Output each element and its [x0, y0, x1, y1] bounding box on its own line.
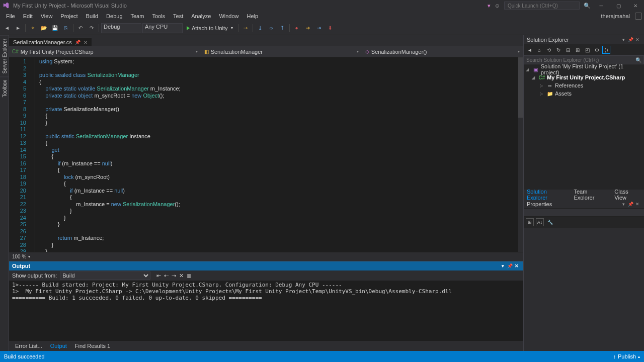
se-home-icon[interactable]: ⌂ — [535, 46, 543, 54]
debug-step-over-icon[interactable]: ⤼ — [266, 23, 276, 33]
notifications-icon[interactable]: ▾ — [488, 3, 491, 9]
fold-gutter[interactable] — [29, 57, 35, 252]
se-refresh-icon[interactable]: ↻ — [554, 46, 562, 54]
output-tab[interactable]: Output — [46, 342, 71, 350]
close-tab-icon[interactable]: ✕ — [84, 40, 88, 45]
categorized-icon[interactable]: ⊞ — [526, 218, 534, 226]
toggle-word-wrap-icon[interactable]: ≣ — [187, 273, 191, 279]
close-panel-icon[interactable]: ✕ — [634, 201, 641, 208]
doc-tab-serializationmanager[interactable]: SerializationManager.cs 📌 ✕ — [9, 38, 92, 46]
window-position-icon[interactable]: ▾ — [620, 36, 627, 43]
prev-message-icon[interactable]: ⇠ — [164, 273, 169, 279]
attach-debugger-icon[interactable]: ⬇ — [325, 23, 335, 33]
menu-debug[interactable]: Debug — [102, 12, 126, 20]
se-show-all-icon[interactable]: ⊞ — [574, 46, 582, 54]
menu-analyze[interactable]: Analyze — [187, 12, 215, 20]
next-message-icon[interactable]: ⇢ — [172, 273, 176, 279]
error-list-tab[interactable]: Error List... — [11, 342, 46, 350]
window-position-icon[interactable]: ▾ — [620, 201, 627, 208]
redo-button[interactable]: ↷ — [87, 23, 97, 33]
undo-button[interactable]: ↶ — [75, 23, 86, 33]
open-file-button[interactable]: 📂 — [39, 23, 49, 33]
menu-build[interactable]: Build — [82, 12, 102, 20]
user-avatar-icon[interactable] — [635, 13, 642, 20]
property-pages-icon[interactable]: 🔧 — [546, 218, 554, 226]
menu-test[interactable]: Test — [169, 12, 187, 20]
menu-tools[interactable]: Tools — [148, 12, 169, 20]
solution-platform-dropdown[interactable]: Any CPU — [142, 23, 183, 33]
window-position-icon[interactable]: ▾ — [499, 262, 506, 269]
signed-in-user[interactable]: therajmahal — [601, 13, 633, 19]
pin-icon[interactable]: 📌 — [75, 40, 80, 45]
menu-edit[interactable]: Edit — [19, 12, 37, 20]
save-button[interactable]: 💾 — [50, 23, 60, 33]
vertical-scrollbar[interactable] — [518, 57, 523, 252]
step-button[interactable]: ⇢ — [240, 23, 251, 33]
close-panel-icon[interactable]: ✕ — [634, 36, 641, 43]
output-text[interactable]: 1>------ Build started: Project: My Firs… — [9, 281, 523, 341]
clear-all-icon[interactable]: ✕ — [179, 273, 184, 279]
search-icon[interactable]: 🔍 — [584, 3, 591, 9]
scrollbar-thumb[interactable] — [518, 57, 523, 118]
menu-project[interactable]: Project — [56, 12, 82, 20]
close-button[interactable]: ✕ — [629, 1, 642, 10]
output-panel-header[interactable]: Output ▾ 📌 ✕ — [9, 261, 523, 270]
solution-config-dropdown[interactable]: Debug — [101, 23, 141, 33]
maximize-button[interactable]: ▢ — [612, 1, 625, 10]
nav-forward-button[interactable]: ► — [13, 23, 23, 33]
se-properties-icon[interactable]: ⚙ — [593, 46, 601, 54]
nav-member-dropdown[interactable]: ◇SerializationManager()▾ — [362, 46, 523, 57]
se-search-input[interactable] — [526, 57, 635, 63]
show-next-statement-icon[interactable]: ➔ — [303, 23, 313, 33]
code-content[interactable]: using System; public sealed class Serial… — [35, 57, 523, 252]
tree-assets-node[interactable]: ▷📁Assets — [524, 89, 644, 98]
menu-window[interactable]: Window — [215, 12, 243, 20]
se-back-icon[interactable]: ◄ — [526, 46, 534, 54]
properties-combo[interactable] — [524, 209, 644, 217]
se-view-code-icon[interactable]: ⟨⟩ — [602, 46, 610, 54]
expand-icon[interactable]: ▷ — [540, 83, 545, 88]
nav-project-dropdown[interactable]: C#My First Unity Project.CSharp▾ — [9, 46, 201, 57]
debug-step-into-icon[interactable]: ⤓ — [255, 23, 265, 33]
server-explorer-tab[interactable]: Server Explorer — [0, 35, 9, 76]
menu-view[interactable]: View — [37, 12, 57, 20]
menu-file[interactable]: File — [2, 12, 19, 20]
new-project-button[interactable]: ✧ — [28, 23, 38, 33]
se-collapse-icon[interactable]: ⊟ — [564, 46, 572, 54]
properties-header[interactable]: Properties ▾ 📌 ✕ — [524, 200, 644, 209]
quick-launch-input[interactable] — [504, 2, 580, 10]
expand-icon[interactable]: ◢ — [532, 75, 537, 80]
zoom-dropdown-icon[interactable]: ▾ — [28, 254, 30, 259]
se-preview-icon[interactable]: ◰ — [583, 46, 591, 54]
attach-to-unity-button[interactable]: Attach to Unity▾ — [184, 23, 236, 33]
se-sync-icon[interactable]: ⟲ — [545, 46, 553, 54]
find-message-icon[interactable]: ⇤ — [156, 273, 161, 279]
properties-grid[interactable] — [524, 228, 644, 351]
zoom-level[interactable]: 100 % — [12, 254, 26, 259]
auto-hide-icon[interactable]: 📌 — [627, 36, 634, 43]
breakpoint-icon[interactable]: ● — [292, 23, 302, 33]
code-editor[interactable]: 1234567891011121314151617181920212223242… — [9, 57, 523, 252]
find-results-tab[interactable]: Find Results 1 — [71, 342, 114, 350]
tree-solution-node[interactable]: ◢▣Solution 'My First Unity Project' (1 p… — [524, 65, 644, 73]
menu-team[interactable]: Team — [127, 12, 148, 20]
nav-back-button[interactable]: ◄ — [2, 23, 12, 33]
solution-explorer-header[interactable]: Solution Explorer ▾ 📌 ✕ — [524, 35, 644, 44]
debug-step-out-icon[interactable]: ⤒ — [277, 23, 287, 33]
alphabetical-icon[interactable]: A↓ — [536, 218, 544, 226]
run-to-cursor-icon[interactable]: ⇥ — [314, 23, 324, 33]
solution-tree[interactable]: ◢▣Solution 'My First Unity Project' (1 p… — [524, 64, 644, 190]
expand-icon[interactable]: ◢ — [526, 67, 531, 72]
publish-button[interactable]: ↑Publish▴ — [613, 353, 640, 359]
auto-hide-icon[interactable]: 📌 — [506, 262, 513, 269]
menu-help[interactable]: Help — [243, 12, 263, 20]
auto-hide-icon[interactable]: 📌 — [627, 201, 634, 208]
tree-references-node[interactable]: ▷▪▪References — [524, 81, 644, 89]
search-icon[interactable]: 🔍 — [635, 57, 641, 63]
nav-class-dropdown[interactable]: ◧SerializationManager▾ — [201, 46, 362, 57]
expand-icon[interactable]: ▷ — [540, 92, 545, 96]
save-all-button[interactable]: ⎘ — [61, 23, 71, 33]
show-output-from-dropdown[interactable]: Build — [60, 272, 150, 280]
minimize-button[interactable]: ─ — [595, 1, 608, 10]
close-panel-icon[interactable]: ✕ — [513, 262, 520, 269]
